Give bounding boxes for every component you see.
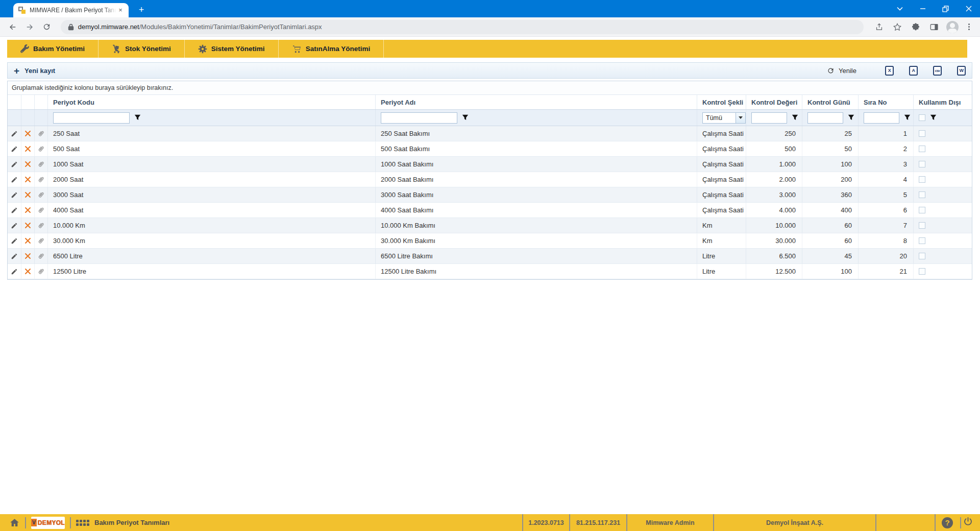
- table-row[interactable]: 12500 Litre12500 Litre BakımıLitre12.500…: [8, 264, 972, 279]
- header-periyot-kodu[interactable]: Periyot Kodu: [47, 95, 375, 109]
- attachment-button[interactable]: [34, 126, 47, 141]
- table-row[interactable]: 6500 Litre6500 Litre BakımıLitre6.500452…: [8, 249, 972, 264]
- window-chevron-icon[interactable]: [888, 0, 911, 17]
- export-excel-icon[interactable]: X: [885, 66, 894, 76]
- edit-button[interactable]: [8, 203, 21, 218]
- table-row[interactable]: 250 Saat250 Saat BakımıÇalışma Saati2502…: [8, 126, 972, 141]
- group-by-panel[interactable]: Gruplamak istediğiniz kolonu buraya sürü…: [8, 81, 972, 95]
- delete-button[interactable]: [21, 172, 34, 187]
- new-tab-button[interactable]: +: [136, 5, 147, 16]
- edit-button[interactable]: [8, 157, 21, 172]
- home-icon[interactable]: [9, 518, 20, 528]
- attachment-button[interactable]: [34, 233, 47, 248]
- filter-sira-no-input[interactable]: [864, 112, 899, 124]
- tab-close-icon[interactable]: ×: [116, 6, 125, 14]
- export-pdf-icon[interactable]: A: [909, 66, 918, 76]
- kullanim-disi-checkbox[interactable]: [919, 146, 925, 152]
- menu-stok-yonetimi[interactable]: Stok Yönetimi: [99, 40, 185, 58]
- delete-button[interactable]: [21, 126, 34, 141]
- filter-periyot-adi-input[interactable]: [381, 112, 457, 124]
- filter-funnel-icon[interactable]: [848, 114, 854, 121]
- edit-button[interactable]: [8, 126, 21, 141]
- filter-periyot-kodu-input[interactable]: [53, 112, 130, 124]
- delete-button[interactable]: [21, 203, 34, 218]
- window-restore-icon[interactable]: [934, 0, 957, 17]
- delete-button[interactable]: [21, 233, 34, 248]
- table-row[interactable]: 30.000 Km30.000 Km BakımıKm30.000608: [8, 233, 972, 249]
- reload-icon[interactable]: [40, 20, 54, 34]
- delete-button[interactable]: [21, 141, 34, 156]
- menu-sistem-yonetimi[interactable]: Sistem Yönetimi: [185, 40, 279, 58]
- table-row[interactable]: 1000 Saat1000 Saat BakımıÇalışma Saati1.…: [8, 157, 972, 172]
- kullanim-disi-checkbox[interactable]: [919, 222, 925, 229]
- delete-button[interactable]: [21, 249, 34, 263]
- side-panel-icon[interactable]: [927, 20, 941, 34]
- new-record-button[interactable]: + Yeni kayıt: [14, 66, 55, 76]
- chrome-menu-icon[interactable]: [964, 20, 974, 34]
- demyol-logo[interactable]: V DEMYOL: [31, 517, 65, 529]
- bookmark-star-icon[interactable]: [890, 20, 904, 34]
- filter-funnel-icon[interactable]: [792, 114, 798, 121]
- filter-kontrol-gunu-input[interactable]: [807, 112, 843, 124]
- modules-grid-icon[interactable]: [76, 520, 89, 526]
- menu-satinalma-yonetimi[interactable]: SatınAlma Yönetimi: [279, 40, 384, 58]
- kullanim-disi-checkbox[interactable]: [919, 268, 925, 275]
- attachment-button[interactable]: [34, 249, 47, 263]
- edit-button[interactable]: [8, 172, 21, 187]
- edit-button[interactable]: [8, 187, 21, 202]
- url-input[interactable]: demyol.mimware.net/Modules/BakimYonetimi…: [61, 20, 864, 34]
- kullanim-disi-checkbox[interactable]: [919, 191, 925, 198]
- header-kullanim-disi[interactable]: Kullanım Dışı: [913, 95, 972, 109]
- header-periyot-adi[interactable]: Periyot Adı: [375, 95, 697, 109]
- filter-funnel-icon[interactable]: [134, 114, 141, 121]
- header-sira-no[interactable]: Sıra No: [858, 95, 913, 109]
- help-icon[interactable]: ?: [942, 517, 953, 528]
- filter-funnel-icon[interactable]: [904, 114, 911, 121]
- kullanim-disi-checkbox[interactable]: [919, 207, 925, 213]
- edit-button[interactable]: [8, 141, 21, 156]
- extensions-puzzle-icon[interactable]: [909, 20, 923, 34]
- window-close-icon[interactable]: [957, 0, 980, 17]
- browser-tab[interactable]: MIMWARE / Bakım Periyot Tanımları ×: [13, 3, 129, 17]
- attachment-button[interactable]: [34, 187, 47, 202]
- filter-kontrol-sekli-select[interactable]: Tümü: [702, 112, 746, 124]
- export-word-icon[interactable]: W: [957, 66, 966, 76]
- header-kontrol-gunu[interactable]: Kontrol Günü: [802, 95, 858, 109]
- combo-dropdown-icon[interactable]: [736, 113, 745, 123]
- menu-bakim-yonetimi[interactable]: Bakım Yönetimi: [7, 40, 99, 58]
- filter-funnel-icon[interactable]: [462, 114, 469, 121]
- attachment-button[interactable]: [34, 141, 47, 156]
- attachment-button[interactable]: [34, 264, 47, 279]
- profile-avatar[interactable]: [945, 20, 960, 34]
- attachment-button[interactable]: [34, 157, 47, 172]
- delete-button[interactable]: [21, 157, 34, 172]
- kullanim-disi-checkbox[interactable]: [919, 130, 925, 137]
- filter-kullanim-disi-checkbox[interactable]: [919, 114, 925, 121]
- window-minimize-icon[interactable]: [911, 0, 934, 17]
- attachment-button[interactable]: [34, 172, 47, 187]
- forward-icon[interactable]: [23, 20, 37, 34]
- edit-button[interactable]: [8, 218, 21, 233]
- logout-power-icon[interactable]: [963, 517, 973, 528]
- edit-button[interactable]: [8, 233, 21, 248]
- edit-button[interactable]: [8, 249, 21, 263]
- table-row[interactable]: 10.000 Km10.000 Km BakımıKm10.000607: [8, 218, 972, 233]
- table-row[interactable]: 500 Saat500 Saat BakımıÇalışma Saati5005…: [8, 141, 972, 157]
- delete-button[interactable]: [21, 264, 34, 279]
- refresh-button[interactable]: Yenile: [827, 67, 856, 75]
- attachment-button[interactable]: [34, 203, 47, 218]
- table-row[interactable]: 3000 Saat3000 Saat BakımıÇalışma Saati3.…: [8, 187, 972, 203]
- back-icon[interactable]: [6, 20, 20, 34]
- header-kontrol-sekli[interactable]: Kontrol Şekli: [697, 95, 746, 109]
- header-kontrol-degeri[interactable]: Kontrol Değeri: [746, 95, 802, 109]
- kullanim-disi-checkbox[interactable]: [919, 161, 925, 167]
- share-icon[interactable]: [872, 20, 886, 34]
- delete-button[interactable]: [21, 218, 34, 233]
- table-row[interactable]: 2000 Saat2000 Saat BakımıÇalışma Saati2.…: [8, 172, 972, 187]
- filter-funnel-icon[interactable]: [930, 114, 937, 121]
- kullanim-disi-checkbox[interactable]: [919, 253, 925, 259]
- kullanim-disi-checkbox[interactable]: [919, 176, 925, 183]
- export-csv-icon[interactable]: csv: [933, 66, 942, 76]
- table-row[interactable]: 4000 Saat4000 Saat BakımıÇalışma Saati4.…: [8, 203, 972, 218]
- filter-kontrol-degeri-input[interactable]: [751, 112, 787, 124]
